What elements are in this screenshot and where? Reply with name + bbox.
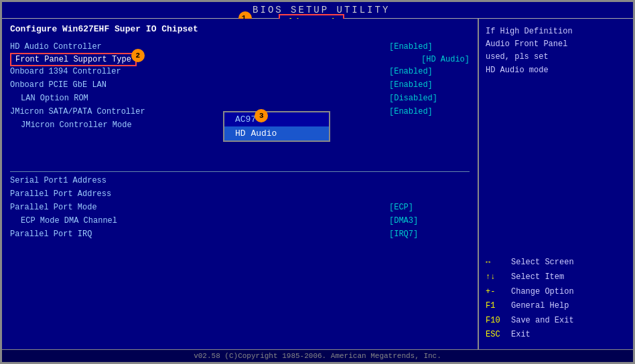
front-panel-label: Front Panel Support Type xyxy=(10,53,137,66)
key-arrow-ud: ↑↓ xyxy=(486,270,507,285)
menu-item-lan-rom[interactable]: LAN Option ROM [Disabled] xyxy=(10,92,470,104)
help-text-content: If High DefinitionAudio Front Panelused,… xyxy=(486,27,573,75)
help-text: If High DefinitionAudio Front Panelused,… xyxy=(486,25,626,77)
menu-item-hd-audio[interactable]: HD Audio Controller [Enabled] xyxy=(10,41,470,53)
divider xyxy=(10,171,470,172)
section-title: Configure Win627EHF Super IO Chipset xyxy=(10,24,470,34)
key-row-item: ↑↓ Select Item xyxy=(486,270,626,285)
key-row-f10: F10 Save and Exit xyxy=(486,314,626,329)
key-desc-item: Select Item xyxy=(511,270,564,285)
key-legend: ↔ Select Screen ↑↓ Select Item +- Change… xyxy=(486,256,626,343)
hd-audio-value: [Enabled] xyxy=(389,41,470,53)
key-plus-minus: +- xyxy=(486,285,507,300)
key-arrow-lr: ↔ xyxy=(486,256,507,270)
dropdown-item-ac97[interactable]: AC97 3 xyxy=(224,112,329,126)
value-1394: [Enabled] xyxy=(389,66,470,78)
main-content: Configure Win627EHF Super IO Chipset HD … xyxy=(2,19,633,349)
bios-window: Advanced 1 BIOS SETUP UTILITY Configure … xyxy=(0,0,635,364)
menu-item-parallel-addr[interactable]: Parallel Port Address xyxy=(10,188,470,200)
menu-item-1394[interactable]: Onboard 1394 Controller [Enabled] xyxy=(10,66,470,78)
value-parallel-irq: [IRQ7] xyxy=(389,228,470,240)
ac97-label: AC97 xyxy=(235,114,256,124)
menu-item-parallel-irq[interactable]: Parallel Port IRQ [IRQ7] xyxy=(10,228,470,240)
badge-3: 3 xyxy=(255,109,268,122)
hd-audio-option-label: HD Audio xyxy=(235,128,277,139)
value-ecp-dma: [DMA3] xyxy=(389,215,470,227)
key-f1: F1 xyxy=(486,299,507,314)
hd-audio-label: HD Audio Controller xyxy=(10,41,102,53)
label-parallel-mode: Parallel Port Mode xyxy=(10,201,97,213)
dropdown-popup: AC97 3 HD Audio xyxy=(223,111,330,142)
label-pcie: Onboard PCIE GbE LAN xyxy=(10,79,107,91)
key-row-screen: ↔ Select Screen xyxy=(486,256,626,270)
label-jmicron-mode: JMicron Controller Mode xyxy=(21,119,132,131)
copyright-text: v02.58 (C)Copyright 1985-2006. American … xyxy=(194,352,441,360)
value-parallel-mode: [ECP] xyxy=(389,201,470,213)
key-f10: F10 xyxy=(486,314,507,329)
label-lan-rom: LAN Option ROM xyxy=(21,92,88,104)
badge-2: 2 xyxy=(131,49,145,62)
front-panel-row[interactable]: Front Panel Support Type 2 [HD Audio] xyxy=(10,54,470,64)
dropdown-item-hd-audio[interactable]: HD Audio xyxy=(224,126,329,141)
left-panel: Configure Win627EHF Super IO Chipset HD … xyxy=(2,19,479,349)
key-row-option: +- Change Option xyxy=(486,285,626,300)
menu-item-parallel-mode[interactable]: Parallel Port Mode [ECP] xyxy=(10,201,470,213)
key-desc-screen: Select Screen xyxy=(511,256,574,270)
value-jmicron: [Enabled] xyxy=(389,106,470,118)
menu-item-pcie[interactable]: Onboard PCIE GbE LAN [Enabled] xyxy=(10,79,470,91)
key-row-esc: ESC Exit xyxy=(486,328,626,343)
key-row-f1: F1 General Help xyxy=(486,299,626,314)
value-lan-rom: [Disabled] xyxy=(389,92,470,104)
front-panel-value: [HD Audio] xyxy=(421,55,470,64)
label-1394: Onboard 1394 Controller xyxy=(10,66,121,78)
key-desc-option: Change Option xyxy=(511,285,574,300)
label-ecp-dma: ECP Mode DMA Channel xyxy=(21,215,117,227)
bottom-bar: v02.58 (C)Copyright 1985-2006. American … xyxy=(2,349,633,362)
value-pcie: [Enabled] xyxy=(389,79,470,91)
key-desc-f10: Save and Exit xyxy=(511,314,574,329)
right-panel: If High DefinitionAudio Front Panelused,… xyxy=(479,19,633,349)
label-serial: Serial Port1 Address xyxy=(10,175,107,187)
label-parallel-addr: Parallel Port Address xyxy=(10,188,111,200)
top-bar: Advanced 1 BIOS SETUP UTILITY xyxy=(2,2,633,19)
key-desc-esc: Exit xyxy=(511,328,531,343)
key-esc: ESC xyxy=(486,328,507,343)
menu-item-ecp-dma[interactable]: ECP Mode DMA Channel [DMA3] xyxy=(10,215,470,227)
label-parallel-irq: Parallel Port IRQ xyxy=(10,228,92,240)
key-desc-f1: General Help xyxy=(511,299,569,314)
label-jmicron: JMicron SATA/PATA Controller xyxy=(10,106,145,118)
menu-item-serial[interactable]: Serial Port1 Address xyxy=(10,175,470,187)
